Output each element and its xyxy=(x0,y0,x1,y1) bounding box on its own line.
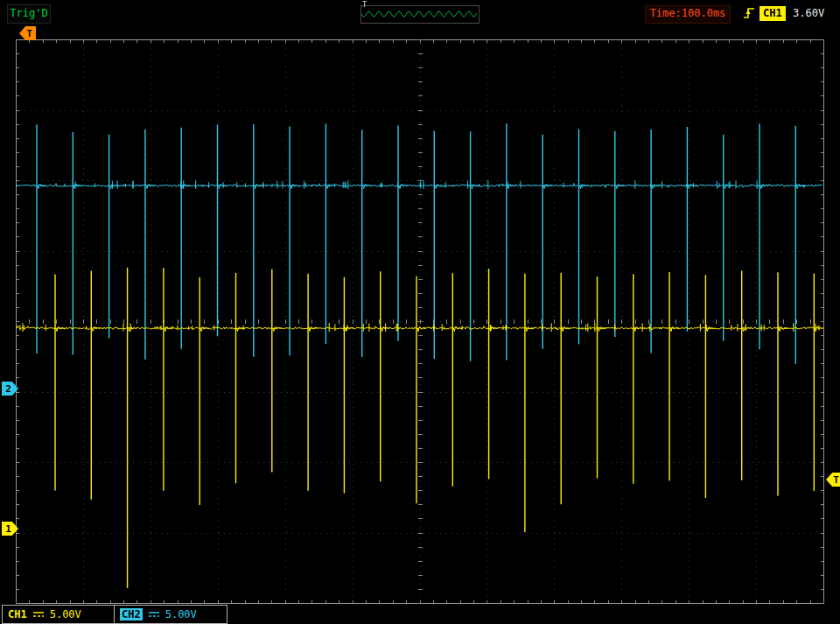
timebase-readout: Time:100.0ms xyxy=(645,5,731,24)
ch1-readout[interactable]: CH1 5.00V xyxy=(2,605,116,624)
ch2-readout[interactable]: CH2 5.00V xyxy=(114,605,228,624)
top-status-bar: Trig'D T Time:100.0ms CH1 3.60V xyxy=(0,0,840,26)
ch2-coupling-icon xyxy=(148,610,160,619)
ch2-scale: 5.00V xyxy=(165,608,197,620)
trigger-level-readout: 3.60V xyxy=(793,6,824,21)
ch1-coupling-icon xyxy=(32,610,45,619)
preview-waveform-canvas xyxy=(361,6,477,21)
preview-trigger-marker: T xyxy=(362,0,367,9)
trigger-source-badge: CH1 xyxy=(760,6,786,21)
waveform-display-canvas xyxy=(0,26,840,604)
ch1-scale: 5.00V xyxy=(50,608,81,620)
trigger-slope-icon xyxy=(743,5,757,21)
bottom-status-bar: CH1 5.00V CH2 5.00V xyxy=(0,604,840,624)
ch2-label: CH2 xyxy=(120,608,143,620)
horizontal-record-preview xyxy=(360,5,480,24)
ch1-label: CH1 xyxy=(8,608,27,620)
trigger-status: Trig'D xyxy=(7,4,51,24)
oscilloscope-screen: { "header": { "trig_status": "Trig'D", "… xyxy=(0,0,840,624)
